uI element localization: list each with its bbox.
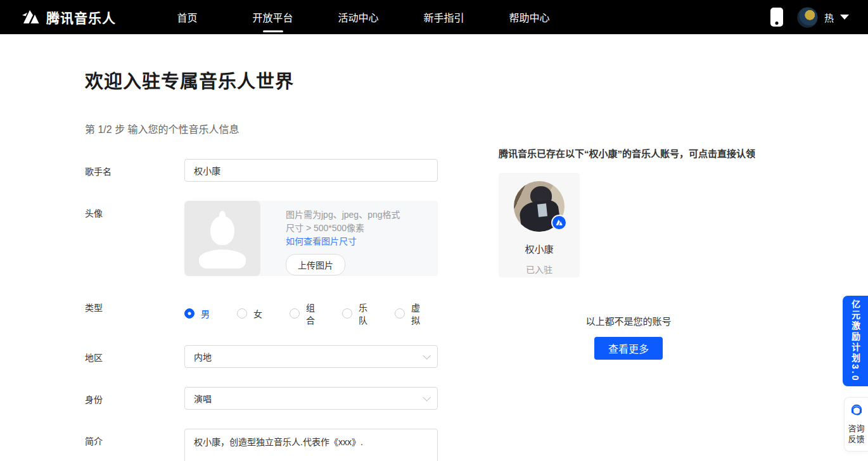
type-label: 类型 bbox=[85, 295, 184, 326]
top-nav: 腾讯音乐人 首页 开放平台 活动中心 新手指引 帮助中心 热 bbox=[0, 0, 868, 34]
bio-label: 简介 bbox=[85, 429, 184, 461]
headset-icon bbox=[850, 403, 864, 420]
brand-logo[interactable]: 腾讯音乐人 bbox=[22, 8, 116, 27]
user-menu[interactable]: 热 bbox=[797, 7, 849, 28]
account-name: 权小康 bbox=[525, 242, 553, 255]
step-indicator: 第 1/2 步 输入您的个性音乐人信息 bbox=[85, 121, 868, 136]
incentive-plan-tab[interactable]: 亿元激励计划3.0 bbox=[843, 296, 868, 386]
upload-image-button[interactable]: 上传图片 bbox=[286, 254, 345, 275]
username: 热 bbox=[824, 11, 834, 24]
avatar-placeholder-icon bbox=[184, 201, 260, 276]
nav-item-beginner-guide[interactable]: 新手指引 bbox=[401, 0, 487, 34]
bio-textarea[interactable]: 权小康，创造型独立音乐人.代表作《xxx》. bbox=[184, 429, 438, 461]
avatar-upload-panel: 图片需为jpg、jpeg、png格式 尺寸 > 500*500像素 如何查看图片… bbox=[184, 201, 438, 276]
radio-icon bbox=[395, 308, 405, 319]
page-title: 欢迎入驻专属音乐人世界 bbox=[85, 66, 868, 93]
nav-item-help-center[interactable]: 帮助中心 bbox=[487, 0, 572, 34]
nav-links: 首页 开放平台 活动中心 新手指引 帮助中心 bbox=[144, 0, 572, 34]
radio-virtual[interactable]: 虚拟 bbox=[395, 301, 420, 326]
feedback-label-line2: 反馈 bbox=[848, 434, 864, 445]
musician-info-form: 歌手名 头像 图片需为jpg、jpeg、png格式 尺寸 > 500*500像素… bbox=[85, 159, 438, 461]
active-underline bbox=[263, 30, 283, 32]
radio-icon bbox=[237, 308, 247, 319]
tme-badge-icon bbox=[551, 215, 567, 230]
chevron-down-icon bbox=[423, 393, 431, 401]
region-select[interactable]: 内地 bbox=[184, 345, 438, 368]
radio-icon bbox=[342, 308, 352, 319]
chevron-down-icon bbox=[840, 15, 849, 20]
existing-account-card[interactable]: 权小康 已入驻 bbox=[499, 173, 580, 277]
region-selected-value: 内地 bbox=[194, 350, 212, 363]
region-label: 地区 bbox=[85, 345, 184, 368]
incentive-plan-label: 亿元激励计划3.0 bbox=[851, 300, 860, 382]
nav-right: 热 bbox=[770, 7, 849, 28]
form-row-bio: 简介 权小康，创造型独立音乐人.代表作《xxx》. bbox=[85, 429, 438, 461]
radio-band[interactable]: 乐队 bbox=[342, 301, 367, 326]
identity-select[interactable]: 演唱 bbox=[184, 387, 438, 410]
identity-selected-value: 演唱 bbox=[194, 392, 212, 405]
form-row-identity: 身份 演唱 bbox=[85, 387, 438, 410]
brand-name: 腾讯音乐人 bbox=[46, 8, 116, 27]
how-to-check-size-link[interactable]: 如何查看图片尺寸 bbox=[286, 235, 357, 248]
avatar-format-hint: 图片需为jpg、jpeg、png格式 bbox=[286, 208, 400, 222]
type-radio-group: 男 女 组合 乐队 虚拟 bbox=[184, 295, 447, 326]
view-more-button[interactable]: 查看更多 bbox=[594, 337, 663, 360]
form-row-type: 类型 男 女 组合 乐队 bbox=[85, 295, 438, 326]
claim-actions: 以上都不是您的账号 查看更多 bbox=[499, 314, 758, 360]
account-status-badge: 已入驻 bbox=[526, 263, 552, 275]
claim-heading: 腾讯音乐已存在以下“权小康”的音乐人账号，可点击直接认领 bbox=[499, 147, 758, 161]
avatar-size-hint: 尺寸 > 500*500像素 bbox=[286, 222, 400, 235]
not-my-account-text: 以上都不是您的账号 bbox=[499, 314, 758, 327]
avatar-label: 头像 bbox=[85, 201, 184, 276]
mobile-app-icon[interactable] bbox=[770, 8, 783, 27]
nav-item-activity-center[interactable]: 活动中心 bbox=[316, 0, 401, 34]
singer-name-input[interactable] bbox=[184, 159, 438, 182]
radio-group[interactable]: 组合 bbox=[290, 301, 315, 326]
tme-logo-icon bbox=[22, 9, 41, 25]
feedback-label-line1: 咨询 bbox=[848, 423, 864, 434]
radio-icon bbox=[184, 308, 195, 319]
radio-female[interactable]: 女 bbox=[237, 307, 262, 320]
radio-icon bbox=[290, 308, 300, 319]
user-avatar[interactable] bbox=[797, 7, 818, 28]
form-row-avatar: 头像 图片需为jpg、jpeg、png格式 尺寸 > 500*500像素 如何查… bbox=[85, 201, 438, 276]
singer-name-label: 歌手名 bbox=[85, 159, 184, 182]
nav-item-open-platform[interactable]: 开放平台 bbox=[230, 0, 316, 34]
chevron-down-icon bbox=[423, 351, 431, 360]
radio-male[interactable]: 男 bbox=[184, 307, 210, 320]
claim-panel: 腾讯音乐已存在以下“权小康”的音乐人账号，可点击直接认领 权小康 已入驻 以上都… bbox=[499, 147, 758, 360]
nav-item-home[interactable]: 首页 bbox=[144, 0, 230, 34]
form-row-singer-name: 歌手名 bbox=[85, 159, 438, 182]
identity-label: 身份 bbox=[85, 387, 184, 410]
form-row-region: 地区 内地 bbox=[85, 345, 438, 368]
feedback-widget[interactable]: 咨询 反馈 bbox=[844, 397, 868, 452]
